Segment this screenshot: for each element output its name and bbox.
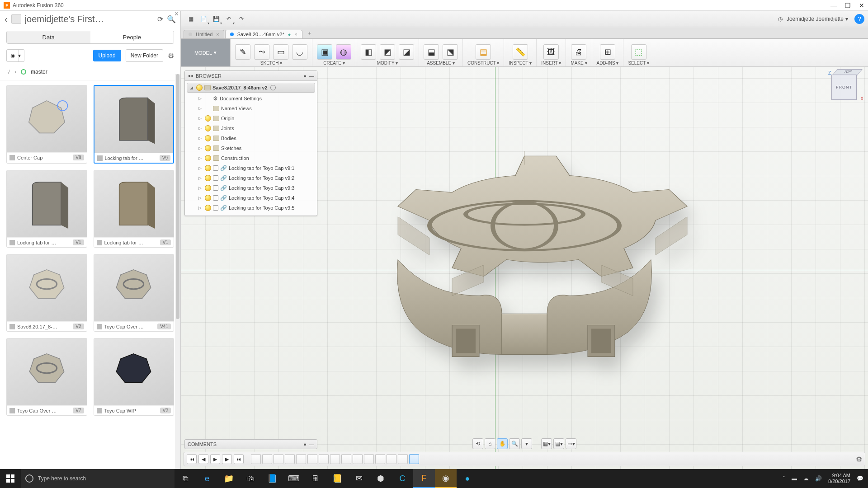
browser-item[interactable]: ▷ Sketches xyxy=(187,143,315,153)
browser-header[interactable]: ◂◂ BROWSER ●— xyxy=(185,71,317,81)
clock[interactable]: 9:04 AM 8/20/2017 xyxy=(828,473,850,484)
panel-settings-button[interactable]: ⚙ xyxy=(168,52,174,60)
expand-icon[interactable]: ▷ xyxy=(198,126,203,131)
doc-tab-untitled[interactable]: Untitled × xyxy=(184,30,224,38)
expand-icon[interactable]: ▷ xyxy=(198,186,203,190)
timeline-feature[interactable] xyxy=(285,454,295,464)
timeline-feature[interactable] xyxy=(375,454,385,464)
app-icon-2[interactable]: ⌨ xyxy=(283,469,305,488)
close-button[interactable]: ✕ xyxy=(859,2,864,9)
browser-item[interactable]: ▷ Origin xyxy=(187,113,315,123)
job-status-button[interactable]: ◷ xyxy=(774,13,787,25)
timeline-feature[interactable] xyxy=(387,454,396,464)
timeline-feature[interactable] xyxy=(409,454,419,464)
apps-grid-button[interactable]: ▦ xyxy=(184,13,197,25)
close-tab-icon[interactable]: × xyxy=(294,32,297,37)
app-icon-5[interactable]: C xyxy=(392,469,413,488)
timeline-feature[interactable] xyxy=(353,454,363,464)
visibility-bulb[interactable] xyxy=(205,185,211,191)
fillet-icon[interactable]: ◩ xyxy=(380,44,395,60)
timeline-feature[interactable] xyxy=(262,454,272,464)
visibility-bulb[interactable] xyxy=(205,125,211,131)
taskbar-search[interactable]: Type here to search xyxy=(21,469,175,488)
create-sketch-icon[interactable]: ✎ xyxy=(235,44,250,60)
expand-icon[interactable]: ▷ xyxy=(198,156,203,160)
addins-icon[interactable]: ⊞ xyxy=(600,44,615,60)
upload-button[interactable]: Upload xyxy=(93,50,121,61)
timeline-settings-button[interactable]: ⚙ xyxy=(856,455,862,464)
visibility-bulb[interactable] xyxy=(205,195,211,201)
plane-icon[interactable]: ▤ xyxy=(476,44,491,60)
expand-icon[interactable]: ▷ xyxy=(198,106,203,111)
browser-item[interactable]: ▷ 🔗 Locking tab for Toyo Cap v9:5 xyxy=(187,203,315,213)
expand-icon[interactable]: ▷ xyxy=(198,166,203,170)
maximize-button[interactable]: ❐ xyxy=(845,2,851,9)
browser-min-icon[interactable]: — xyxy=(309,73,314,79)
form-tool-icon[interactable]: ◍ xyxy=(336,44,351,60)
expand-icon[interactable]: ▷ xyxy=(198,136,203,141)
timeline-feature[interactable] xyxy=(296,454,306,464)
save-button[interactable]: 💾 xyxy=(210,13,222,25)
view-cube[interactable]: TOP FRONT Z X xyxy=(828,71,860,103)
browser-item[interactable]: ▷ Named Views xyxy=(187,103,315,113)
refresh-button[interactable]: ⟳ xyxy=(157,15,163,23)
timeline-feature[interactable] xyxy=(341,454,351,464)
select-icon[interactable]: ⬚ xyxy=(631,44,646,60)
activate-radio[interactable] xyxy=(270,85,276,90)
measure-icon[interactable]: 📏 xyxy=(513,44,528,60)
comments-opts-icon[interactable]: ● xyxy=(303,441,307,447)
comments-min-icon[interactable]: — xyxy=(309,441,314,447)
pan-button[interactable]: ✋ xyxy=(497,438,508,449)
help-button[interactable]: ? xyxy=(854,14,864,24)
3d-print-icon[interactable]: 🖨 xyxy=(571,44,586,60)
new-tab-button[interactable]: ＋ xyxy=(303,28,316,38)
timeline-feature[interactable] xyxy=(319,454,329,464)
orbit-button[interactable]: ⟲ xyxy=(472,438,483,449)
thumbnail-item[interactable]: Save8.20.17_8-… V2 xyxy=(6,254,87,332)
edge-icon[interactable]: e xyxy=(196,469,218,488)
timeline-prev-button[interactable]: ◀ xyxy=(198,454,208,464)
visibility-bulb[interactable] xyxy=(205,135,211,141)
app-icon-3[interactable]: 📒 xyxy=(326,469,348,488)
timeline-feature[interactable] xyxy=(307,454,317,464)
expand-icon[interactable]: ▷ xyxy=(198,196,203,200)
timeline-first-button[interactable]: ⏮ xyxy=(187,454,197,464)
timeline-feature[interactable] xyxy=(364,454,374,464)
app-icon-6[interactable]: ● xyxy=(457,469,478,488)
timeline-feature[interactable] xyxy=(398,454,408,464)
chrome-icon[interactable]: ◉ xyxy=(435,469,457,488)
joint-icon[interactable]: ⬔ xyxy=(443,44,458,60)
app-icon-4[interactable]: ⬢ xyxy=(370,469,392,488)
comments-panel[interactable]: COMMENTS ●— xyxy=(184,439,317,449)
insert-decal-icon[interactable]: 🖼 xyxy=(543,44,559,60)
browser-item[interactable]: ▷ ⚙ Document Settings xyxy=(187,94,315,103)
back-button[interactable]: ‹ xyxy=(5,14,8,24)
tray-up-icon[interactable]: ˄ xyxy=(783,475,785,482)
timeline-play-button[interactable]: ▶ xyxy=(210,454,220,464)
rectangle-tool-icon[interactable]: ▭ xyxy=(273,44,288,60)
box-tool-icon[interactable]: ▣ xyxy=(317,44,332,60)
browser-item[interactable]: ▷ 🔗 Locking tab for Toyo Cap v9:2 xyxy=(187,173,315,183)
browser-panel[interactable]: ◂◂ BROWSER ●— ◢ Save8.20.17_8:46am v2 ▷ … xyxy=(184,70,317,216)
expand-icon[interactable]: ▷ xyxy=(198,206,203,210)
visibility-bulb[interactable] xyxy=(205,155,211,161)
expand-icon[interactable]: ▷ xyxy=(198,116,203,121)
browser-opts-icon[interactable]: ● xyxy=(303,73,307,79)
shell-icon[interactable]: ◪ xyxy=(399,44,414,60)
tab-data[interactable]: Data xyxy=(7,31,90,43)
line-tool-icon[interactable]: ⤳ xyxy=(254,44,269,60)
arc-tool-icon[interactable]: ◡ xyxy=(292,44,307,60)
fit-button[interactable]: ▾ xyxy=(521,438,532,449)
zoom-button[interactable]: 🔍 xyxy=(509,438,520,449)
visibility-bulb[interactable] xyxy=(205,145,211,151)
timeline-feature[interactable] xyxy=(330,454,340,464)
new-component-icon[interactable]: ⬓ xyxy=(424,44,439,60)
workspace-switcher[interactable]: MODEL▾ xyxy=(181,39,231,66)
thumbnail-item[interactable]: Locking tab for … V1 xyxy=(94,170,175,248)
thumbnail-item[interactable]: Toyo Cap WIP V2 xyxy=(94,338,175,416)
start-button[interactable] xyxy=(0,469,21,488)
visibility-bulb[interactable] xyxy=(205,165,211,171)
new-folder-button[interactable]: New Folder xyxy=(126,49,163,62)
doc-tab-active[interactable]: Save8.20…46am v2* ● × xyxy=(225,30,302,38)
browser-item[interactable]: ▷ 🔗 Locking tab for Toyo Cap v9:4 xyxy=(187,193,315,203)
